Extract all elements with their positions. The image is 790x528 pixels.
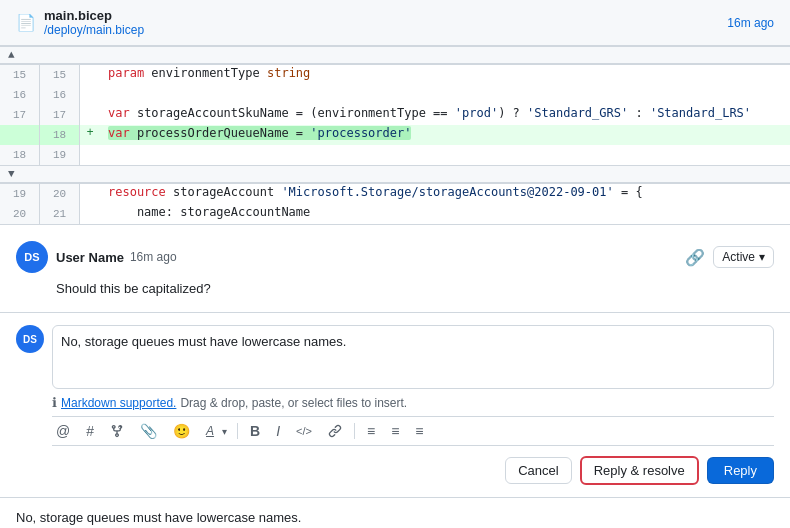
comment-meta: User Name 16m ago: [56, 250, 177, 265]
toolbar-code-btn[interactable]: </>: [292, 423, 316, 439]
collapse-middle-icon: ▼: [8, 168, 15, 180]
diff-section-bottom: 19 20 resource storageAccount 'Microsoft…: [0, 183, 790, 224]
toolbar-emoji-btn[interactable]: 🙂: [169, 421, 194, 441]
comment-author-name[interactable]: User Name: [56, 250, 124, 265]
status-badge[interactable]: Active: [713, 246, 774, 268]
comment-author-row: DS User Name 16m ago: [16, 241, 177, 273]
new-line-20: 20: [40, 184, 80, 204]
toolbar-style-btn[interactable]: A: [202, 422, 218, 440]
status-label: Active: [722, 250, 755, 264]
old-line-15: 15: [0, 65, 40, 85]
comment-time: 16m ago: [130, 250, 177, 264]
diff-row-18-19: 18 19: [0, 145, 790, 165]
code-diff: ▲ 15 15 param environmentType string 16 …: [0, 46, 790, 225]
file-header: 📄 main.bicep /deploy/main.bicep 16m ago: [0, 0, 790, 46]
toolbar-mention-btn[interactable]: @: [52, 421, 74, 441]
new-line-16: 16: [40, 85, 80, 105]
cancel-button[interactable]: Cancel: [505, 457, 571, 484]
collapse-top-icon: ▲: [8, 49, 15, 61]
toolbar-ordered-btn[interactable]: ≡: [387, 421, 403, 441]
bottom-comment: No, storage queues must have lowercase n…: [0, 498, 790, 528]
toolbar-task-btn[interactable]: ≡: [411, 421, 427, 441]
diff-row-15: 15 15 param environmentType string: [0, 65, 790, 85]
markdown-note: ℹ Markdown supported. Drag & drop, paste…: [52, 395, 774, 410]
toolbar-italic-btn[interactable]: I: [272, 421, 284, 441]
toolbar-divider-1: [237, 423, 238, 439]
old-line-18-empty: [0, 125, 40, 145]
new-line-21: 21: [40, 204, 80, 224]
new-line-15: 15: [40, 65, 80, 85]
toolbar-unordered-btn[interactable]: ≡: [363, 421, 379, 441]
old-line-18: 18: [0, 145, 40, 165]
comment-actions: 🔗 Active: [685, 246, 774, 268]
reply-input-row: DS: [16, 325, 774, 389]
diff-row-16: 16 16: [0, 85, 790, 105]
diff-section-top: 15 15 param environmentType string 16 16…: [0, 64, 790, 165]
reply-resolve-button[interactable]: Reply & resolve: [580, 456, 699, 485]
reply-button[interactable]: Reply: [707, 457, 774, 484]
collapse-middle[interactable]: ▼: [0, 165, 790, 183]
collapse-top[interactable]: ▲: [0, 46, 790, 64]
chevron-down-icon: [759, 250, 765, 264]
toolbar-hashtag-btn[interactable]: #: [82, 421, 98, 441]
diff-row-17: 17 17 var storageAccountSkuName = (envir…: [0, 105, 790, 125]
markdown-note-text: Drag & drop, paste, or select files to i…: [180, 396, 407, 410]
toolbar-style-dropdown-btn[interactable]: ▾: [220, 424, 229, 439]
file-icon: 📄: [16, 13, 36, 32]
file-info: 📄 main.bicep /deploy/main.bicep: [16, 8, 144, 37]
comment-header: DS User Name 16m ago 🔗 Active: [16, 241, 774, 273]
old-line-16: 16: [0, 85, 40, 105]
toolbar-bold-btn[interactable]: B: [246, 421, 264, 441]
diff-row-18-added: 18 + var processOrderQueueName = 'proces…: [0, 125, 790, 145]
file-time: 16m ago: [727, 16, 774, 30]
toolbar-link-btn[interactable]: [324, 422, 346, 440]
action-row: Cancel Reply & resolve Reply: [52, 456, 774, 485]
comment-body: Should this be capitalized?: [56, 281, 774, 296]
toolbar-attach-btn[interactable]: 📎: [136, 421, 161, 441]
new-line-17: 17: [40, 105, 80, 125]
toolbar-ref-btn[interactable]: [106, 422, 128, 440]
comment-section: DS User Name 16m ago 🔗 Active Should thi…: [0, 225, 790, 313]
new-line-19: 19: [40, 145, 80, 165]
link-icon[interactable]: 🔗: [685, 248, 705, 267]
diff-row-20-21: 20 21 name: storageAccountName: [0, 204, 790, 224]
old-line-20: 20: [0, 204, 40, 224]
old-line-19: 19: [0, 184, 40, 204]
new-line-18: 18: [40, 125, 80, 145]
diff-row-19-20: 19 20 resource storageAccount 'Microsoft…: [0, 184, 790, 204]
reply-avatar: DS: [16, 325, 44, 353]
comment-avatar: DS: [16, 241, 48, 273]
reply-section: DS ℹ Markdown supported. Drag & drop, pa…: [0, 313, 790, 498]
info-icon: ℹ: [52, 395, 57, 410]
reply-textarea[interactable]: [52, 325, 774, 389]
file-name: main.bicep: [44, 8, 144, 23]
toolbar-divider-2: [354, 423, 355, 439]
markdown-link[interactable]: Markdown supported.: [61, 396, 176, 410]
toolbar: @ # 📎 🙂 A ▾ B I </> ≡ ≡ ≡: [52, 416, 774, 446]
file-path[interactable]: /deploy/main.bicep: [44, 23, 144, 37]
old-line-17: 17: [0, 105, 40, 125]
